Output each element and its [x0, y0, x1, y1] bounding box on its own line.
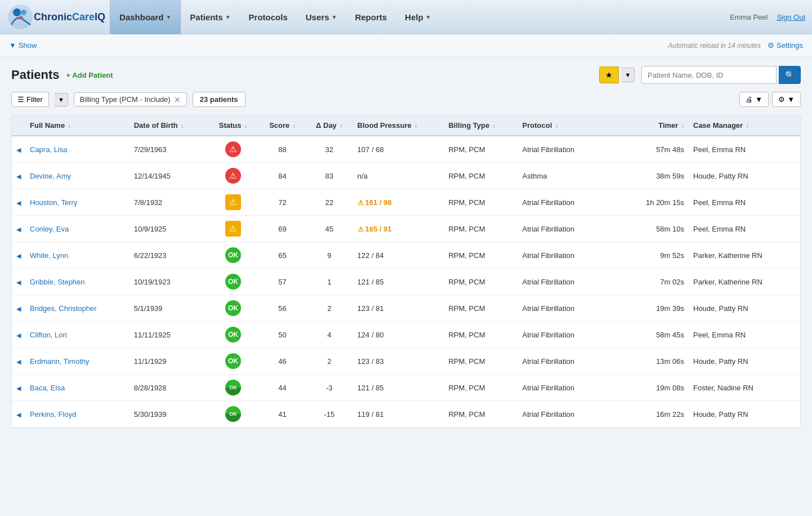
col-header-expand [12, 115, 25, 136]
protocol-cell: Atrial Fibrillation [518, 322, 622, 348]
status-cell: ⚠ [207, 189, 259, 216]
row-expand-arrow[interactable]: ◀ [16, 332, 21, 339]
row-expand-arrow[interactable]: ◀ [16, 199, 21, 206]
patient-name-link[interactable]: Conley, Eva [30, 225, 69, 233]
nav-patients[interactable]: Patients ▼ [181, 0, 239, 34]
row-expand-arrow[interactable]: ◀ [16, 279, 21, 286]
status-icon-warning: ⚠ [225, 221, 241, 237]
settings-label: Settings [777, 41, 803, 50]
patient-name-link[interactable]: Baca, Elsa [30, 384, 65, 392]
patient-name-cell: Gribble, Stephen [25, 269, 130, 295]
col-header-score[interactable]: Score ↕ [259, 115, 306, 136]
billing-cell: RPM, PCM [444, 322, 517, 348]
patient-name-link[interactable]: Houston, Terry [30, 198, 77, 207]
row-expand-cell: ◀ [12, 163, 25, 189]
settings-button[interactable]: ⚙ Settings [768, 41, 803, 50]
col-header-status[interactable]: Status ↓ [207, 115, 259, 136]
col-header-billing[interactable]: Billing Type ↕ [444, 115, 517, 136]
row-expand-arrow[interactable]: ◀ [16, 305, 21, 312]
sort-icon-cm: ↕ [746, 123, 749, 129]
filter-list-icon: ☰ [17, 95, 24, 104]
row-expand-arrow[interactable]: ◀ [16, 411, 21, 418]
patient-name-link[interactable]: Capra, Lisa [30, 145, 67, 154]
filter-tag: Billing Type (PCM - Include) ✕ [74, 92, 187, 106]
print-button[interactable]: 🖨 ▼ [739, 92, 769, 107]
patient-name-link[interactable]: Gribble, Stephen [30, 278, 85, 286]
add-patient-button[interactable]: + Add Patient [66, 71, 113, 79]
col-header-dob[interactable]: Date of Birth ↕ [130, 115, 207, 136]
star-dropdown-button[interactable]: ▼ [621, 68, 635, 82]
search-input[interactable] [641, 66, 777, 84]
bp-cell: 107 / 68 [353, 136, 444, 163]
row-expand-arrow[interactable]: ◀ [16, 146, 21, 153]
sort-icon-day: ↕ [340, 123, 342, 129]
sort-icon-billing: ↕ [493, 123, 496, 129]
col-header-timer[interactable]: Timer ↕ [622, 115, 689, 136]
table-settings-button[interactable]: ⚙ ▼ [772, 92, 801, 107]
nav-help[interactable]: Help ▼ [396, 0, 440, 34]
row-expand-cell: ◀ [12, 136, 25, 163]
patients-chevron-icon: ▼ [225, 14, 231, 20]
protocol-cell: Atrial Fibrillation [518, 348, 622, 375]
search-button[interactable]: 🔍 [779, 66, 801, 84]
billing-cell: RPM, PCM [444, 216, 517, 242]
col-header-protocol[interactable]: Protocol ↕ [518, 115, 622, 136]
filter-dropdown-button[interactable]: ▼ [55, 93, 68, 106]
protocol-cell: Atrial Fibrillation [518, 375, 622, 401]
sign-out-link[interactable]: Sign Out [777, 13, 805, 21]
patient-name-link[interactable]: Clifton, Lori [30, 331, 67, 339]
status-icon-red: ⚠ [225, 168, 241, 184]
patient-name-cell: Capra, Lisa [25, 136, 130, 163]
score-cell: 41 [259, 401, 306, 428]
cm-cell: Peel, Emma RN [689, 136, 800, 163]
status-cell: OK [207, 295, 259, 322]
subbar: ▼ Show Automatic reload in 14 minutes ⚙ … [0, 34, 812, 57]
bp-cell: n/a [353, 163, 444, 189]
score-cell: 65 [259, 242, 306, 269]
dob-cell: 10/9/1925 [130, 216, 207, 242]
score-cell: 46 [259, 348, 306, 375]
status-cell: ⚠ [207, 163, 259, 189]
score-cell: 44 [259, 375, 306, 401]
row-expand-arrow[interactable]: ◀ [16, 173, 21, 180]
row-expand-arrow[interactable]: ◀ [16, 358, 21, 365]
patient-name-link[interactable]: Erdmann, Timothy [30, 357, 90, 366]
col-header-cm[interactable]: Case Manager ↕ [689, 115, 800, 136]
nav-users[interactable]: Users ▼ [297, 0, 346, 34]
star-button[interactable]: ★ [599, 66, 619, 83]
status-cell: ⚠ [207, 216, 259, 242]
sort-icon-name: ↕ [68, 123, 71, 129]
filter-button[interactable]: ☰ Filter [11, 92, 49, 107]
show-toggle[interactable]: ▼ Show [9, 41, 37, 50]
printer-icon: 🖨 [746, 95, 753, 104]
patient-name-link[interactable]: Devine, Amy [30, 172, 71, 180]
sort-icon-protocol: ↕ [555, 123, 558, 129]
status-cell: ⚠ [207, 136, 259, 163]
patient-name-link[interactable]: Bridges, Christopher [30, 304, 97, 313]
row-expand-arrow[interactable]: ◀ [16, 252, 21, 259]
nav-protocols[interactable]: Protocols [240, 0, 297, 34]
dob-cell: 10/19/1923 [130, 269, 207, 295]
show-label: Show [19, 41, 37, 50]
search-group: ★ ▼ 🔍 [599, 66, 801, 84]
filter-tag-remove-button[interactable]: ✕ [174, 96, 181, 104]
col-header-bp[interactable]: Blood Pressure ↕ [353, 115, 444, 136]
patient-name-link[interactable]: Perkins, Floyd [30, 410, 76, 419]
status-cell: OK [207, 242, 259, 269]
cm-cell: Houde, Patty RN [689, 348, 800, 375]
sort-icon-status: ↓ [244, 123, 247, 129]
dob-cell: 11/1/1929 [130, 348, 207, 375]
nav-reports[interactable]: Reports [346, 0, 396, 34]
bp-cell: 123 / 81 [353, 295, 444, 322]
bp-value: 121 / 85 [358, 384, 384, 392]
bp-value: 122 / 84 [358, 251, 384, 260]
col-header-name[interactable]: Full Name ↕ [25, 115, 130, 136]
app-logo[interactable]: ChronicCareIQ [7, 3, 105, 30]
row-expand-arrow[interactable]: ◀ [16, 385, 21, 392]
day-cell: 4 [306, 322, 353, 348]
col-header-day[interactable]: Δ Day ↕ [306, 115, 353, 136]
row-expand-cell: ◀ [12, 401, 25, 428]
row-expand-arrow[interactable]: ◀ [16, 226, 21, 233]
nav-dashboard[interactable]: Dashboard ▼ [110, 0, 181, 34]
patient-name-link[interactable]: White, Lynn [30, 251, 68, 260]
